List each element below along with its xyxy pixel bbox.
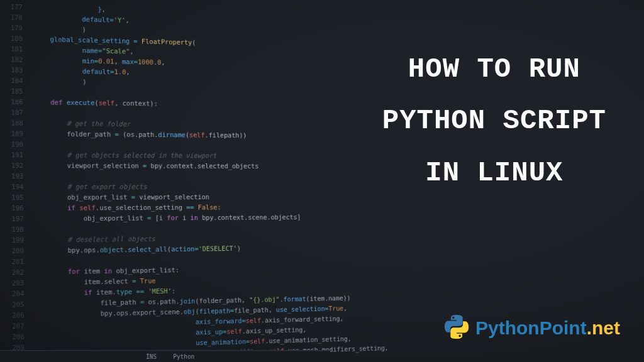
- line-number: 192: [4, 160, 24, 171]
- code-content: # get the folder: [35, 118, 131, 129]
- code-content: folder_path = (os.path.dirname(self.file…: [35, 129, 247, 141]
- line-number: 195: [4, 192, 24, 203]
- line-number: 179: [3, 23, 23, 34]
- line-number: 199: [4, 235, 24, 246]
- line-number: 204: [4, 288, 25, 300]
- line-number: 188: [3, 118, 23, 128]
- line-number: 183: [3, 65, 23, 75]
- python-logo-icon: [444, 314, 469, 342]
- code-line: 193: [4, 171, 364, 182]
- line-number: 198: [4, 224, 24, 235]
- code-content: if self.use_selection_setting == False:: [35, 202, 221, 214]
- code-content: ): [34, 23, 86, 35]
- status-language: Python: [173, 353, 194, 360]
- line-number: 201: [4, 256, 25, 267]
- line-number: 187: [3, 107, 23, 118]
- line-number: 208: [4, 331, 25, 343]
- headline-title: HOW TO RUN PYTHON SCRIPT IN LINUX: [382, 47, 606, 202]
- line-number: 203: [4, 278, 25, 289]
- line-number: 177: [3, 1, 23, 13]
- code-line: 194 # get export objects: [4, 182, 364, 192]
- line-number: 197: [4, 214, 24, 224]
- code-content: # get export objects: [35, 182, 147, 192]
- brand-tld: .net: [587, 317, 620, 338]
- line-number: 205: [4, 299, 25, 310]
- line-number: 194: [4, 182, 24, 192]
- line-number: 193: [4, 171, 24, 182]
- brand-text: PythonPoint.net: [475, 317, 620, 339]
- line-number: 206: [4, 310, 25, 321]
- code-content: for item in obj_export_list:: [35, 265, 179, 277]
- code-content: def execute(self, context):: [34, 97, 158, 109]
- title-line-2: PYTHON SCRIPT: [382, 99, 606, 143]
- line-number: 181: [3, 43, 23, 54]
- line-number: 207: [4, 321, 25, 332]
- line-number: 182: [3, 54, 23, 65]
- line-number: 191: [4, 150, 24, 160]
- editor-statusbar: INS Python: [0, 350, 330, 362]
- code-content: ): [34, 76, 86, 87]
- line-number: 189: [4, 128, 24, 139]
- line-number: 200: [4, 246, 24, 256]
- line-number: 190: [4, 139, 24, 150]
- line-number: 196: [4, 203, 24, 214]
- title-line-3: IN LINUX: [382, 151, 606, 195]
- code-line: 191 # get objects selected in the viewpo…: [4, 150, 364, 162]
- code-editor-background: 177 },178 default='Y',179 )180 global_sc…: [0, 1, 367, 362]
- code-content: # get objects selected in the viewport: [35, 150, 217, 161]
- code-content: # deselect all objects: [35, 234, 155, 246]
- title-line-1: HOW TO RUN: [382, 47, 606, 91]
- code-content: obj_export_list = [i for i in bpy.contex…: [35, 212, 301, 224]
- line-number: 180: [3, 33, 23, 44]
- brand-name: PythonPoint: [475, 317, 587, 338]
- status-mode: INS: [146, 353, 157, 360]
- line-number: 186: [3, 97, 23, 107]
- line-number: 202: [4, 267, 25, 278]
- line-number: 184: [3, 75, 23, 86]
- line-number: 178: [3, 12, 23, 23]
- code-line: 192 viewport_selection = bpy.context.sel…: [4, 160, 364, 172]
- brand-logo: PythonPoint.net: [444, 314, 620, 342]
- code-content: viewport_selection = bpy.context.selecte…: [35, 160, 258, 171]
- code-content: obj_export_list = viewport_selection: [35, 192, 209, 202]
- line-number: 185: [3, 86, 23, 97]
